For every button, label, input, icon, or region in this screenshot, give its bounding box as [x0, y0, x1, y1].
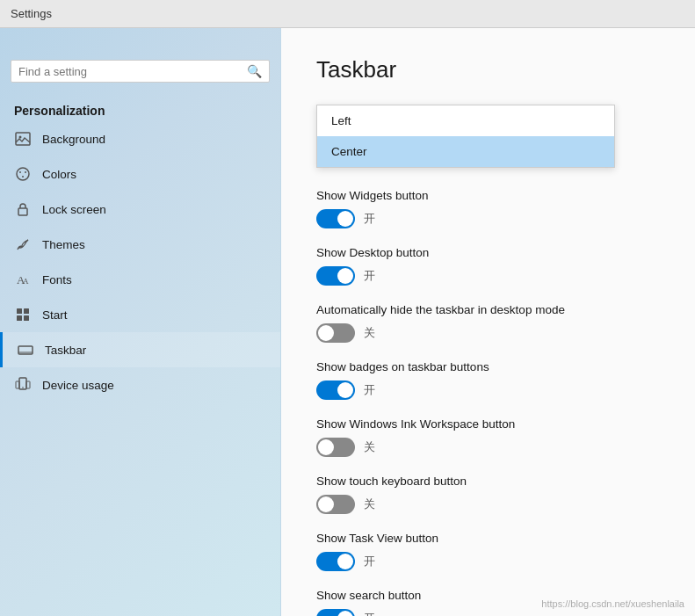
toggle-desktop[interactable]: [316, 266, 355, 286]
svg-rect-11: [17, 315, 22, 321]
sidebar-item-label-background: Background: [42, 133, 105, 146]
sidebar-item-device-usage[interactable]: Device usage: [0, 367, 280, 402]
nav-items-list: BackgroundColorsLock screenThemesAAFonts…: [0, 121, 280, 402]
toggle-char-task-view: 开: [364, 554, 375, 569]
setting-label-ink: Show Windows Ink Workspace button: [316, 417, 660, 431]
toggle-char-autohide: 关: [364, 325, 375, 341]
title-bar: Settings: [0, 0, 695, 28]
svg-point-1: [19, 136, 22, 139]
lock-icon: [14, 200, 32, 218]
sidebar: 🔍 Personalization BackgroundColorsLock s…: [0, 28, 281, 616]
sidebar-item-label-fonts: Fonts: [42, 273, 72, 286]
watermark: https://blog.csdn.net/xueshenlaila: [541, 598, 684, 609]
palette-icon: [14, 165, 32, 183]
sidebar-item-start[interactable]: Start: [0, 297, 280, 332]
svg-point-2: [17, 168, 29, 180]
setting-item-widgets: Show Widgets button开: [316, 189, 660, 228]
font-icon: AA: [14, 271, 32, 288]
toggle-autohide[interactable]: [316, 323, 355, 343]
toggle-char-touch-keyboard: 关: [364, 496, 375, 512]
dropdown-option-left[interactable]: Left: [317, 105, 614, 136]
sidebar-item-taskbar[interactable]: Taskbar: [0, 332, 280, 367]
setting-label-badges: Show badges on taskbar buttons: [316, 360, 660, 373]
toggle-char-badges: 开: [364, 382, 375, 398]
toggle-row-ink: 关: [316, 438, 660, 457]
sidebar-item-background[interactable]: Background: [0, 121, 280, 156]
sidebar-item-label-themes: Themes: [42, 238, 85, 251]
setting-label-widgets: Show Widgets button: [316, 189, 660, 202]
svg-rect-13: [18, 346, 33, 354]
setting-label-desktop: Show Desktop button: [316, 246, 660, 259]
svg-point-4: [25, 171, 26, 173]
setting-item-touch-keyboard: Show touch keyboard button关: [316, 475, 660, 514]
toggle-row-desktop: 开: [316, 266, 660, 286]
main-content: Taskbar LeftCenter Show Widgets button开S…: [281, 28, 695, 616]
toggle-row-search: 开: [316, 609, 660, 616]
sidebar-item-themes[interactable]: Themes: [0, 227, 280, 262]
toggle-row-autohide: 关: [316, 323, 660, 343]
toggle-row-badges: 开: [316, 380, 660, 400]
setting-label-touch-keyboard: Show touch keyboard button: [316, 475, 660, 488]
device-icon: [14, 376, 32, 394]
toggle-char-ink: 关: [364, 439, 375, 455]
search-icon[interactable]: 🔍: [247, 64, 262, 78]
search-box[interactable]: 🔍: [11, 60, 270, 83]
app-container: Settings 🔍 Personalization BackgroundCol…: [0, 0, 695, 616]
setting-item-badges: Show badges on taskbar buttons开: [316, 360, 660, 400]
svg-point-5: [22, 176, 24, 178]
content-area: 🔍 Personalization BackgroundColorsLock s…: [0, 28, 695, 616]
setting-label-autohide: Automatically hide the taskbar in deskto…: [316, 303, 660, 316]
toggle-char-widgets: 开: [364, 211, 375, 227]
svg-point-3: [19, 171, 21, 173]
dropdown-option-center[interactable]: Center: [317, 136, 614, 167]
toggle-row-widgets: 开: [316, 209, 660, 228]
toggle-task-view[interactable]: [316, 552, 355, 571]
settings-list: Show Widgets button开Show Desktop button开…: [316, 189, 660, 616]
taskbar-icon: [17, 341, 34, 359]
setting-item-autohide: Automatically hide the taskbar in deskto…: [316, 303, 660, 343]
section-label: Personalization: [0, 97, 280, 121]
setting-label-task-view: Show Task View button: [316, 532, 660, 545]
sidebar-item-colors[interactable]: Colors: [0, 156, 280, 192]
toggle-widgets[interactable]: [316, 209, 355, 228]
sidebar-item-label-device-usage: Device usage: [42, 379, 114, 392]
brush-icon: [14, 236, 32, 253]
toggle-ink[interactable]: [316, 438, 355, 457]
sidebar-item-label-start: Start: [42, 308, 68, 322]
svg-rect-0: [16, 133, 30, 145]
toggle-char-search: 开: [364, 611, 375, 616]
toggle-row-task-view: 开: [316, 552, 660, 571]
sidebar-item-lock-screen[interactable]: Lock screen: [0, 192, 280, 227]
sidebar-item-label-colors: Colors: [42, 168, 76, 181]
svg-point-16: [22, 387, 24, 388]
svg-rect-10: [24, 308, 29, 314]
sidebar-item-label-taskbar: Taskbar: [45, 344, 86, 357]
setting-item-desktop: Show Desktop button开: [316, 246, 660, 286]
dropdown-box: LeftCenter: [316, 105, 615, 168]
sidebar-item-fonts[interactable]: AAFonts: [0, 262, 280, 297]
sidebar-header: [0, 28, 280, 53]
setting-item-task-view: Show Task View button开: [316, 532, 660, 571]
dropdown-container: LeftCenter: [316, 105, 660, 168]
toggle-badges[interactable]: [316, 380, 355, 400]
sidebar-item-label-lock-screen: Lock screen: [42, 203, 106, 216]
page-title: Taskbar: [316, 56, 660, 83]
toggle-row-touch-keyboard: 关: [316, 495, 660, 514]
search-input[interactable]: [18, 65, 247, 78]
svg-rect-9: [17, 308, 22, 314]
toggle-touch-keyboard[interactable]: [316, 495, 355, 514]
svg-text:A: A: [23, 277, 29, 286]
app-title: Settings: [11, 7, 52, 20]
toggle-search[interactable]: [316, 609, 355, 616]
svg-rect-6: [18, 208, 27, 215]
image-icon: [14, 130, 32, 148]
start-icon: [14, 306, 32, 323]
svg-rect-12: [24, 315, 29, 321]
setting-item-ink: Show Windows Ink Workspace button关: [316, 417, 660, 457]
toggle-char-desktop: 开: [364, 268, 375, 284]
